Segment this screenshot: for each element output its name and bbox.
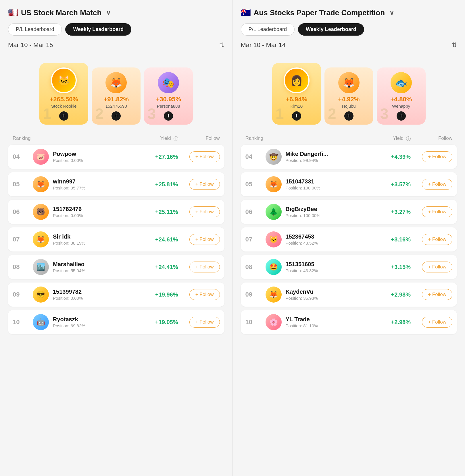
- podium: 1 👩 +6.94% Kim10 + 2 🦊 +4.92% Hojubu + 3: [241, 56, 457, 125]
- user-name: YL Trade: [286, 316, 318, 323]
- table-row: 07 🦊 Sir idk Position: 38.19% +24.61% + …: [8, 227, 224, 251]
- follow-button[interactable]: + Follow: [189, 289, 220, 300]
- user-cell: 🦊 151047331 Position: 100.00%: [266, 176, 379, 192]
- podium-add-button[interactable]: +: [164, 111, 173, 121]
- user-name: Sir idk: [53, 233, 85, 240]
- rank-number: 08: [13, 263, 33, 271]
- filter-icon[interactable]: ⇅: [219, 41, 224, 49]
- follow-button[interactable]: + Follow: [189, 262, 220, 272]
- user-cell: 🐷 Powpow Position: 0.00%: [33, 149, 147, 165]
- user-cell: 🤖 Ryotaszk Position: 69.82%: [33, 314, 147, 330]
- follow-button[interactable]: + Follow: [422, 179, 452, 190]
- user-position: Position: 38.19%: [53, 241, 85, 245]
- follow-cell: + Follow: [411, 234, 452, 245]
- panel-header: 🇺🇸 US Stock March Match ∨: [8, 8, 224, 18]
- table-row: 09 😎 151399782 Position: 0.00% +19.96% +…: [8, 282, 224, 307]
- table-row: 07 🐱 152367453 Position: 43.52% +3.16% +…: [241, 227, 457, 251]
- podium-add-button[interactable]: +: [344, 111, 353, 121]
- user-info: YL Trade Position: 81.10%: [286, 316, 318, 328]
- user-info: 152367453 Position: 43.52%: [286, 233, 318, 245]
- user-position: Position: 100.00%: [286, 185, 320, 190]
- user-cell: 🦊 winn997 Position: 35.77%: [33, 176, 147, 192]
- podium-add-button[interactable]: +: [112, 111, 121, 121]
- tab-0[interactable]: P/L Leaderboard: [8, 23, 62, 36]
- rank-number: 10: [13, 318, 33, 326]
- podium-name: Stock Rookie: [51, 104, 76, 109]
- user-position: Position: 69.82%: [53, 323, 85, 328]
- yield-value: +19.96%: [147, 291, 178, 298]
- table-row: 04 🐷 Powpow Position: 0.00% +27.16% + Fo…: [8, 145, 224, 169]
- follow-button[interactable]: + Follow: [422, 317, 452, 328]
- follow-button[interactable]: + Follow: [189, 179, 220, 190]
- follow-cell: + Follow: [411, 317, 452, 328]
- follow-cell: + Follow: [178, 206, 220, 217]
- podium-add-button[interactable]: +: [292, 111, 301, 121]
- user-name: KaydenVu: [286, 289, 318, 295]
- yield-value: +19.05%: [147, 319, 178, 326]
- rank-number: 04: [245, 153, 266, 160]
- user-position: Position: 43.32%: [286, 268, 318, 273]
- podium-card-third: 3 🐟 +4.80% Wehappy +: [377, 67, 426, 125]
- user-position: Position: 100.00%: [286, 213, 320, 218]
- podium-rank: 2: [328, 106, 336, 121]
- user-name: 151782476: [53, 206, 83, 212]
- th-yield: Yield i: [379, 136, 411, 141]
- tab-1[interactable]: Weekly Leaderboard: [298, 23, 364, 36]
- filter-icon[interactable]: ⇅: [452, 41, 457, 49]
- user-avatar: 🤖: [33, 314, 49, 330]
- follow-cell: + Follow: [178, 262, 220, 272]
- user-position: Position: 35.77%: [53, 185, 85, 190]
- follow-button[interactable]: + Follow: [422, 151, 452, 162]
- podium-avatar: 🐟: [391, 72, 412, 93]
- user-cell: 🤠 Mike Dangerfi... Position: 99.94%: [266, 149, 379, 165]
- date-range-row: Mar 10 - Mar 14 ⇅: [241, 41, 457, 49]
- table-row: 09 🦊 KaydenVu Position: 35.93% +2.98% + …: [241, 282, 457, 307]
- podium-add-button[interactable]: +: [59, 111, 68, 121]
- podium-name: Kim10: [290, 104, 303, 109]
- podium-avatar: 🦊: [338, 72, 360, 93]
- tabs-row: P/L Leaderboard Weekly Leaderboard: [241, 23, 457, 36]
- follow-button[interactable]: + Follow: [189, 151, 220, 162]
- follow-cell: + Follow: [411, 151, 452, 162]
- panel-us-panel: 🇺🇸 US Stock March Match ∨ P/L Leaderboar…: [0, 0, 233, 476]
- rank-number: 06: [13, 208, 33, 216]
- follow-button[interactable]: + Follow: [422, 206, 452, 217]
- user-avatar: 🌸: [266, 314, 282, 330]
- tab-0[interactable]: P/L Leaderboard: [241, 23, 295, 36]
- user-avatar: 🦊: [266, 287, 282, 303]
- follow-button[interactable]: + Follow: [189, 206, 220, 217]
- follow-button[interactable]: + Follow: [422, 234, 452, 245]
- podium-yield: +91.82%: [104, 96, 129, 103]
- yield-value: +25.81%: [147, 181, 178, 188]
- chevron-down-icon[interactable]: ∨: [389, 9, 394, 17]
- yield-value: +24.41%: [147, 264, 178, 270]
- follow-button[interactable]: + Follow: [189, 317, 220, 328]
- user-avatar: 🦊: [33, 231, 49, 247]
- user-name: Marshallleo: [53, 261, 85, 268]
- follow-cell: + Follow: [411, 262, 452, 272]
- th-follow: Follow: [411, 136, 452, 141]
- user-position: Position: 0.00%: [53, 213, 83, 218]
- follow-button[interactable]: + Follow: [422, 289, 452, 300]
- yield-value: +24.61%: [147, 236, 178, 243]
- table-body: 04 🤠 Mike Dangerfi... Position: 99.94% +…: [241, 145, 457, 334]
- panel-aus-panel: 🇦🇺 Aus Stocks Paper Trade Competition ∨ …: [233, 0, 465, 476]
- competition-title: US Stock March Match: [21, 8, 101, 17]
- follow-button[interactable]: + Follow: [189, 234, 220, 245]
- follow-button[interactable]: + Follow: [422, 262, 452, 272]
- podium-card-first: 1 👩 +6.94% Kim10 +: [272, 63, 321, 125]
- user-name: 151047331: [286, 178, 320, 185]
- user-avatar: 🤩: [266, 259, 282, 275]
- user-avatar: 🐱: [266, 231, 282, 247]
- yield-value: +3.27%: [379, 209, 411, 215]
- yield-value: +27.16%: [147, 154, 178, 160]
- tab-1[interactable]: Weekly Leaderboard: [65, 23, 131, 36]
- rank-number: 04: [13, 153, 33, 160]
- user-info: Ryotaszk Position: 69.82%: [53, 316, 85, 328]
- info-icon: i: [406, 136, 411, 141]
- info-icon: i: [174, 136, 178, 141]
- user-cell: 😎 151399782 Position: 0.00%: [33, 287, 147, 303]
- podium-add-button[interactable]: +: [397, 111, 406, 121]
- user-cell: 🐻 151782476 Position: 0.00%: [33, 204, 147, 220]
- chevron-down-icon[interactable]: ∨: [106, 9, 111, 17]
